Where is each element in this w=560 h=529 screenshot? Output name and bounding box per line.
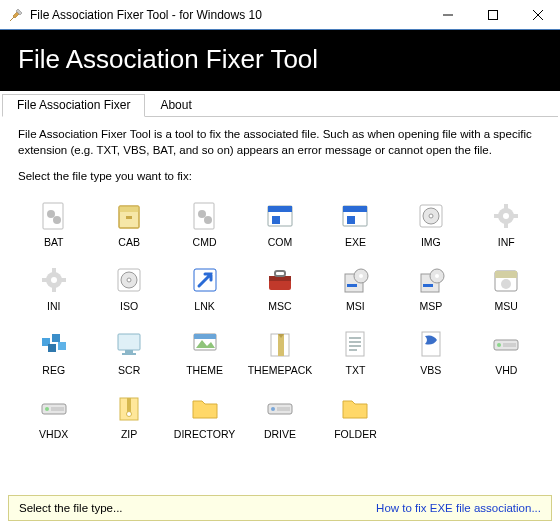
svg-point-34: [51, 277, 57, 283]
filetype-vhd[interactable]: VHD: [471, 326, 542, 378]
filetype-theme[interactable]: THEME: [169, 326, 240, 378]
svg-rect-18: [343, 206, 367, 212]
zip-icon: [113, 392, 145, 424]
filetype-zip[interactable]: ZIP: [93, 390, 164, 442]
filetype-msi[interactable]: MSI: [320, 262, 391, 314]
svg-point-28: [503, 213, 509, 219]
drive-icon: [264, 392, 296, 424]
svg-point-78: [127, 412, 132, 417]
svg-rect-1: [488, 10, 497, 19]
svg-rect-81: [277, 407, 290, 411]
filetype-label: MSU: [495, 300, 518, 312]
svg-rect-72: [503, 343, 516, 347]
theme-icon: [189, 328, 221, 360]
tab-about[interactable]: About: [145, 94, 206, 117]
filetype-drive[interactable]: DRIVE: [244, 390, 315, 442]
svg-point-74: [45, 407, 49, 411]
svg-rect-25: [504, 222, 508, 228]
filetype-label: MSP: [419, 300, 442, 312]
filetype-label: MSI: [346, 300, 365, 312]
filetype-img[interactable]: IMG: [395, 198, 466, 250]
filetype-scr[interactable]: SCR: [93, 326, 164, 378]
filetype-label: ISO: [120, 300, 138, 312]
svg-rect-58: [125, 350, 133, 353]
filetype-cmd[interactable]: CMD: [169, 198, 240, 250]
filetype-exe[interactable]: EXE: [320, 198, 391, 250]
filetype-label: LNK: [194, 300, 214, 312]
installer-icon: [415, 264, 447, 296]
vhd-icon: [490, 328, 522, 360]
filetype-label: VHD: [495, 364, 517, 376]
gear-doc-icon: [189, 200, 221, 232]
filetype-label: EXE: [345, 236, 366, 248]
svg-rect-26: [494, 214, 500, 218]
vbs-icon: [415, 328, 447, 360]
svg-rect-15: [268, 206, 292, 212]
themepack-icon: [264, 328, 296, 360]
filetype-label: THEME: [186, 364, 223, 376]
filetype-ini[interactable]: INI: [18, 262, 89, 314]
svg-rect-54: [52, 334, 60, 342]
filetype-label: THEMEPACK: [248, 364, 313, 376]
filetype-txt[interactable]: TXT: [320, 326, 391, 378]
status-bar: Select the file type... How to fix EXE f…: [8, 495, 552, 521]
cabinet-icon: [113, 200, 145, 232]
svg-point-44: [359, 274, 363, 278]
svg-rect-24: [504, 204, 508, 210]
svg-rect-57: [118, 334, 140, 350]
svg-rect-75: [51, 407, 64, 411]
vhd-icon: [38, 392, 70, 424]
folder-icon: [339, 392, 371, 424]
txt-icon: [339, 328, 371, 360]
banner: File Association Fixer Tool: [0, 30, 560, 91]
svg-rect-51: [495, 271, 517, 278]
gear-doc-icon: [38, 200, 70, 232]
filetype-iso[interactable]: ISO: [93, 262, 164, 314]
help-link[interactable]: How to fix EXE file association...: [376, 502, 541, 514]
filetype-folder[interactable]: FOLDER: [320, 390, 391, 442]
filetype-label: DRIVE: [264, 428, 296, 440]
filetype-label: ZIP: [121, 428, 137, 440]
filetype-label: IMG: [421, 236, 441, 248]
svg-rect-16: [272, 216, 280, 224]
svg-point-37: [127, 278, 131, 282]
tab-file-association-fixer[interactable]: File Association Fixer: [2, 94, 145, 117]
filetype-directory[interactable]: DIRECTORY: [169, 390, 240, 442]
svg-point-52: [501, 279, 511, 289]
minimize-button[interactable]: [425, 0, 470, 30]
filetype-inf[interactable]: INF: [471, 198, 542, 250]
filetype-vhdx[interactable]: VHDX: [18, 390, 89, 442]
filetype-label: CMD: [193, 236, 217, 248]
svg-rect-27: [512, 214, 518, 218]
filetype-label: TXT: [346, 364, 366, 376]
svg-rect-56: [58, 342, 66, 350]
filetype-themepack[interactable]: THEMEPACK: [244, 326, 315, 378]
filetype-reg[interactable]: REG: [18, 326, 89, 378]
svg-rect-8: [119, 206, 139, 212]
gear-icon: [490, 200, 522, 232]
filetype-cab[interactable]: CAB: [93, 198, 164, 250]
filetype-grid: BATCABCMDCOMEXEIMGINFINIISOLNKMSCMSIMSPM…: [18, 198, 542, 442]
banner-heading: File Association Fixer Tool: [18, 44, 542, 75]
toolbox-icon: [264, 264, 296, 296]
filetype-msc[interactable]: MSC: [244, 262, 315, 314]
close-button[interactable]: [515, 0, 560, 30]
filetype-label: VBS: [420, 364, 441, 376]
filetype-vbs[interactable]: VBS: [395, 326, 466, 378]
filetype-label: VHDX: [39, 428, 68, 440]
maximize-button[interactable]: [470, 0, 515, 30]
filetype-com[interactable]: COM: [244, 198, 315, 250]
tab-row: File Association FixerAbout: [2, 93, 558, 117]
filetype-label: REG: [42, 364, 65, 376]
svg-rect-32: [42, 278, 48, 282]
filetype-bat[interactable]: BAT: [18, 198, 89, 250]
svg-rect-49: [423, 284, 433, 287]
svg-rect-19: [347, 216, 355, 224]
filetype-msu[interactable]: MSU: [471, 262, 542, 314]
titlebar: File Association Fixer Tool - for Window…: [0, 0, 560, 30]
svg-rect-77: [127, 398, 131, 412]
installer-icon: [339, 264, 371, 296]
filetype-lnk[interactable]: LNK: [169, 262, 240, 314]
filetype-label: DIRECTORY: [174, 428, 235, 440]
filetype-msp[interactable]: MSP: [395, 262, 466, 314]
